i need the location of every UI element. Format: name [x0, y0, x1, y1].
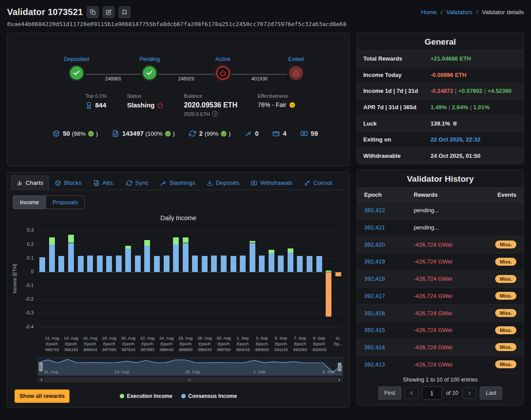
epoch-link[interactable]: 392,415	[364, 327, 414, 333]
check-circle-icon	[143, 66, 156, 80]
clover-icon	[452, 120, 458, 126]
breadcrumb-home[interactable]: Home	[421, 9, 437, 15]
scrollbar-track[interactable]	[44, 378, 336, 382]
history-row: 392,413-426,724 GWeiMiss.	[357, 356, 523, 373]
execution-bar	[288, 248, 293, 252]
epoch-link[interactable]: 392,413	[364, 361, 414, 368]
tab-slashings[interactable]: Slashings	[155, 176, 201, 190]
chart-navigator[interactable]: 11. Aug18. Aug25. Aug1. Sep8. Sep	[38, 357, 343, 376]
tab-deposits[interactable]: Deposits	[201, 176, 245, 190]
connector-line	[158, 74, 214, 75]
validator-overview-card: Deposited248865Pending248926Active401930…	[7, 33, 350, 166]
consensus-bar	[144, 246, 150, 272]
lifecycle-step-active: Active	[207, 56, 239, 80]
general-value-part: 24 Oct 2025, 01:50	[431, 153, 481, 159]
tab-consol[interactable]: Consol.	[299, 176, 339, 190]
connector-epoch: 248865	[105, 76, 121, 81]
next-page-button[interactable]	[462, 387, 477, 399]
consensus-bar	[278, 256, 284, 272]
general-row: Income Today-0.00896 ETH	[357, 67, 523, 84]
history-row: 392,421pending...	[357, 219, 523, 237]
tab-sync[interactable]: Sync	[121, 176, 154, 190]
copy-button[interactable]	[87, 6, 99, 18]
bookmark-button[interactable]	[119, 6, 131, 18]
validator-history-card: Validator History EpochRewardsEvents 392…	[357, 170, 524, 405]
edit-button[interactable]	[103, 6, 115, 18]
tab-atts[interactable]: Atts.	[88, 176, 120, 190]
miss-badge: Miss.	[495, 241, 516, 248]
consensus-bar	[39, 257, 45, 272]
x-axis-label: 18. AugEpoch387093	[102, 336, 116, 352]
power-icon	[157, 102, 163, 108]
card-icon	[251, 180, 257, 186]
check-circle-icon	[70, 66, 83, 80]
legend-label: Consensus Income	[188, 393, 237, 399]
history-row: 392,417-426,724 GWeiMiss.	[357, 288, 523, 305]
stat-percent: (99%	[204, 130, 219, 137]
reward-value: pending...	[414, 224, 476, 231]
general-value-part[interactable]: 22 Oct 2025, 22:32	[431, 136, 481, 143]
wallet-icon	[273, 130, 280, 137]
page-input[interactable]	[422, 386, 442, 400]
scroll-right-arrow-icon[interactable]	[336, 378, 342, 382]
general-value-part: |	[484, 88, 485, 94]
chevron-right-icon	[467, 390, 472, 396]
breadcrumb-separator: /	[476, 9, 478, 15]
chart-scrollbar[interactable]	[38, 377, 343, 382]
subtab-proposals[interactable]: Proposals	[46, 195, 85, 209]
history-summary: Showing 1 to 10 of 100 entries	[357, 373, 523, 384]
epoch-link[interactable]: 392,414	[364, 344, 414, 351]
navigator-left-handle[interactable]	[39, 363, 43, 371]
first-page-button[interactable]: First	[378, 386, 401, 400]
tab-label: Atts.	[103, 179, 115, 186]
tab-charts[interactable]: Charts	[11, 176, 49, 190]
page-of-label: of 10	[446, 390, 458, 396]
last-page-button[interactable]: Last	[480, 386, 503, 400]
right-column: General Total Rewards+21.04686 ETHIncome…	[357, 33, 524, 408]
charts-panel: ChartsBlocksAtts.SyncSlashingsDepositsWi…	[7, 172, 350, 408]
epoch-link[interactable]: 392,416	[364, 310, 414, 317]
help-icon[interactable]	[212, 111, 218, 117]
y-tick-label: 0.2	[27, 241, 34, 247]
epoch-link[interactable]: 392,419	[364, 258, 414, 265]
cube-icon	[53, 130, 60, 137]
general-card-title: General	[357, 33, 523, 51]
consensus-bar	[307, 256, 312, 272]
navigator-right-handle[interactable]	[338, 363, 342, 371]
epoch-link[interactable]: 392,421	[364, 224, 414, 231]
breadcrumb-validators[interactable]: Validators	[446, 9, 473, 15]
step-label: Active	[215, 56, 231, 62]
smile-icon	[165, 130, 171, 137]
epoch-link[interactable]: 392,418	[364, 275, 414, 282]
stat-percent-close: )	[96, 130, 98, 137]
consensus-bar	[211, 256, 217, 272]
stat-value: 2	[199, 130, 203, 137]
gridline	[38, 327, 343, 328]
general-value-part: 139.1%	[431, 120, 450, 127]
epoch-link[interactable]: 392,417	[364, 293, 414, 299]
legend-label: Execution Income	[127, 393, 173, 399]
scroll-left-arrow-icon[interactable]	[38, 378, 44, 382]
epoch-link[interactable]: 392,422	[364, 207, 414, 214]
consensus-bar	[116, 256, 122, 272]
axe-icon	[160, 180, 166, 186]
y-tick-label: 0.3	[27, 227, 34, 233]
column-header-rewards: Rewards	[414, 191, 476, 198]
page-title: Validator 1073521	[7, 7, 83, 17]
show-all-rewards-button[interactable]: Show all rewards	[15, 389, 69, 403]
tab-blocks[interactable]: Blocks	[50, 176, 87, 190]
chart-icon	[16, 180, 23, 186]
general-row: Income 1d | 7d | 31d-0.24872|+0.57602|+4…	[357, 83, 523, 99]
prev-page-button[interactable]	[404, 387, 419, 399]
chevron-left-icon	[409, 390, 414, 396]
epoch-link[interactable]: 392,420	[364, 241, 414, 248]
subtab-income[interactable]: Income	[13, 195, 46, 209]
consensus-bar	[240, 256, 246, 272]
events-cell: Miss.	[476, 326, 516, 334]
general-value-part: +4.52390	[488, 88, 512, 94]
general-value: 22 Oct 2025, 22:32	[431, 136, 481, 143]
tab-withdrawals[interactable]: Withdrawals	[246, 176, 298, 190]
status-value: Slashing	[127, 101, 155, 109]
gridline	[38, 286, 343, 286]
general-value: 139.1%	[431, 120, 458, 127]
